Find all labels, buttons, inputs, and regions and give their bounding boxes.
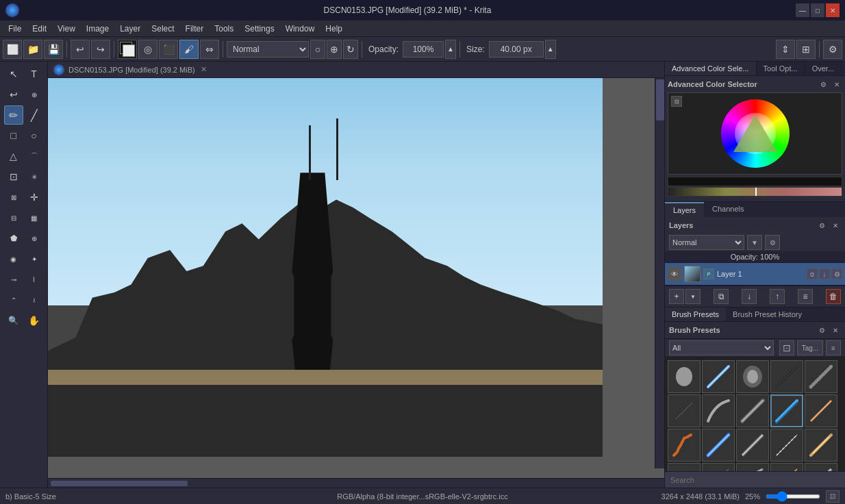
menu-tools[interactable]: Tools (209, 23, 239, 35)
fill-tool-button[interactable]: ⬟ (4, 229, 23, 248)
tab-overview[interactable]: Over... (805, 62, 842, 75)
brush-item-10[interactable] (805, 394, 837, 427)
ellipse-select-button[interactable]: ○ (25, 126, 44, 145)
add-layer-dropdown[interactable]: ▼ (685, 289, 701, 304)
line-tool-button[interactable]: ╱ (25, 105, 44, 125)
zoom-slider[interactable] (766, 494, 820, 499)
brush-item-12[interactable] (702, 429, 735, 462)
brush-search-input[interactable] (665, 471, 845, 488)
canvas-tab-close[interactable]: ✕ (201, 65, 207, 74)
brush-panel-settings[interactable]: ⚙ (816, 325, 827, 336)
move-layer-up-button[interactable]: ↑ (770, 289, 785, 304)
gradient-handle[interactable] (755, 188, 757, 196)
menu-select[interactable]: Select (146, 23, 179, 35)
layer-inherit-alpha[interactable]: ↓ (819, 268, 830, 279)
similar-select-button[interactable]: ✳ (25, 167, 44, 186)
calligraphy-button[interactable]: ≀ (25, 290, 44, 310)
tab-tool-options[interactable]: Tool Opt... (757, 62, 805, 75)
layer-name[interactable]: Layer 1 (717, 270, 804, 278)
brush-item-13[interactable] (736, 429, 769, 462)
color-preview[interactable] (118, 40, 137, 59)
brush-item-16[interactable] (668, 463, 701, 471)
maximize-button[interactable]: □ (811, 3, 824, 17)
menu-image[interactable]: Image (81, 23, 114, 35)
contiguous-select-button[interactable]: ⊡ (4, 167, 23, 186)
move-layer-down-button[interactable]: ↓ (742, 289, 757, 304)
mirror-v-button[interactable]: ⇕ (776, 40, 795, 59)
blend-mode-refresh[interactable]: ↻ (343, 40, 358, 59)
close-button[interactable]: ✕ (826, 3, 840, 17)
brush-item-4[interactable] (770, 360, 803, 393)
menu-edit[interactable]: Edit (27, 23, 52, 35)
select-tool-button[interactable]: ↖ (4, 64, 23, 84)
vertical-scrollbar[interactable] (655, 78, 664, 468)
color-panel-close[interactable]: ✕ (831, 79, 842, 90)
blend-mode-copy[interactable]: ⊕ (327, 40, 342, 59)
redo-button[interactable]: ↪ (91, 40, 110, 59)
fill-mode-button[interactable]: ⬛ (159, 40, 178, 59)
color-panel-settings[interactable]: ⚙ (818, 79, 829, 90)
polygon-select-button[interactable]: △ (4, 147, 23, 166)
blend-mode-select[interactable]: Normal Multiply Screen Overlay (227, 41, 309, 58)
size-input[interactable] (489, 41, 544, 58)
brush-item-18[interactable] (736, 463, 769, 471)
layer-row-1[interactable]: 👁 P Layer 1 α ↓ ⚙ (665, 263, 845, 285)
menu-filter[interactable]: Filter (180, 23, 210, 35)
menu-file[interactable]: File (3, 23, 27, 35)
brush-item-5[interactable] (805, 360, 837, 393)
tab-channels[interactable]: Channels (704, 202, 752, 217)
brush-item-3[interactable] (736, 360, 769, 393)
gradient-tool-button[interactable]: ▦ (25, 208, 44, 227)
new-document-button[interactable]: ⬜ (3, 40, 22, 59)
tab-brush-presets[interactable]: Brush Presets (665, 307, 726, 321)
brush-item-15[interactable] (805, 429, 837, 462)
brush-new-button[interactable]: ⊡ (779, 340, 794, 355)
transform-tool-button[interactable]: ⊠ (4, 188, 23, 207)
mirror-h-button[interactable]: ⇔ (200, 40, 219, 59)
open-button[interactable]: 📁 (23, 40, 42, 59)
crop-tool-button[interactable]: ⊟ (4, 208, 23, 227)
brush-item-11[interactable] (668, 429, 701, 462)
eyedropper-button[interactable]: ⊕ (25, 85, 44, 104)
layer-options-button[interactable]: ≡ (798, 289, 813, 304)
menu-view[interactable]: View (52, 23, 81, 35)
opacity-input[interactable] (403, 41, 444, 58)
delete-layer-button[interactable]: 🗑 (826, 289, 841, 304)
brush-item-14[interactable] (770, 429, 803, 462)
tab-advanced-color[interactable]: Advanced Color Sele... (665, 62, 757, 75)
layers-blend-select[interactable]: Normal Multiply Screen (669, 235, 744, 250)
brush-item-20[interactable] (805, 463, 837, 471)
layers-settings[interactable]: ⚙ (816, 220, 827, 231)
brush-item-1[interactable] (668, 360, 701, 393)
brush-preset-button[interactable]: 🖌 (179, 40, 199, 59)
smart-patch-button[interactable]: ⊕ (25, 229, 44, 248)
brush-item-19[interactable] (770, 463, 803, 471)
menu-help[interactable]: Help (320, 23, 348, 35)
wrap-button[interactable]: ⊞ (796, 40, 816, 59)
tab-layers[interactable]: Layers (665, 202, 704, 217)
brush-tag-button[interactable]: Tag... (797, 340, 823, 355)
zoom-fit-button[interactable]: ⊡ (826, 490, 840, 503)
copy-layer-button[interactable]: ⧉ (714, 289, 729, 304)
tab-brush-preset-history[interactable]: Brush Preset History (726, 307, 809, 321)
assistants-button[interactable]: ⊸ (4, 270, 23, 289)
blend-mode-reset[interactable]: ○ (310, 40, 325, 59)
color-gradient-bar[interactable] (668, 187, 842, 197)
size-up[interactable]: ▲ (545, 40, 556, 59)
layer-alpha-lock[interactable]: α (807, 268, 818, 279)
multibrush-button[interactable]: ✦ (25, 249, 44, 268)
canvas-viewport[interactable] (48, 78, 664, 478)
color-picker-button[interactable]: ◉ (4, 249, 23, 268)
menu-window[interactable]: Window (280, 23, 320, 35)
layers-close[interactable]: ✕ (830, 220, 841, 231)
brush-item-2[interactable] (702, 360, 735, 393)
opacity-up[interactable]: ▲ (445, 40, 456, 59)
menu-settings[interactable]: Settings (239, 23, 279, 35)
scrollbar-v-thumb[interactable] (656, 79, 664, 121)
settings-button[interactable]: ⚙ (823, 40, 842, 59)
undo-button[interactable]: ↩ (71, 40, 90, 59)
brush-item-6[interactable] (668, 394, 701, 427)
brush-item-9[interactable] (770, 394, 803, 427)
layers-filter-btn[interactable]: ▼ (747, 235, 762, 250)
layer-visibility-toggle[interactable]: 👁 (668, 267, 681, 281)
